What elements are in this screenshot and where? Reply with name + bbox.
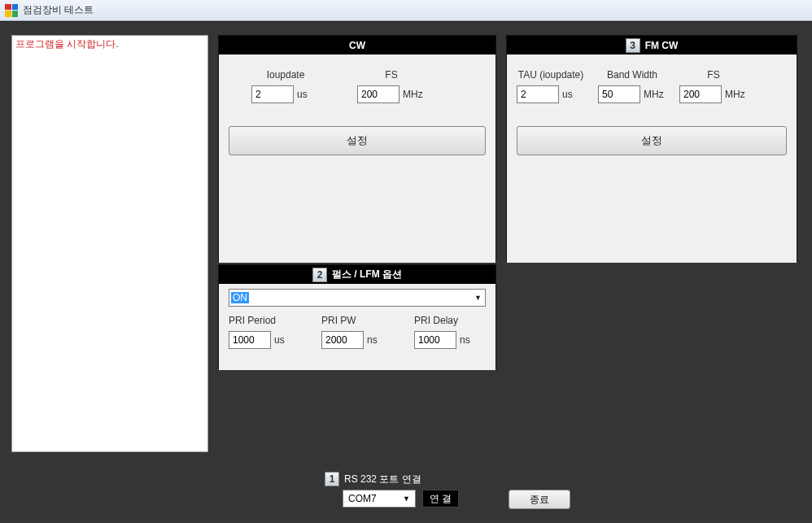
fmcw-tau-input[interactable] — [517, 85, 559, 103]
cw-panel: CW Ioupdate us FS MHz — [218, 35, 496, 262]
pri-pw-field: PRI PW ns — [321, 315, 390, 349]
rs232-port-value: COM7 — [348, 493, 377, 504]
pri-pw-label: PRI PW — [321, 315, 390, 326]
fmcw-fs-label: FS — [679, 69, 748, 81]
fmcw-panel: 3 FM CW TAU (ioupdate) us Band Width MHz — [506, 35, 797, 262]
pri-period-label: PRI Period — [229, 315, 297, 326]
pri-period-input[interactable] — [229, 331, 271, 349]
rs232-step-badge: 1 — [325, 472, 339, 486]
cw-ioupdate-unit: us — [297, 89, 320, 100]
chevron-down-icon: ▼ — [403, 495, 410, 503]
rs232-label: RS 232 포트 연결 — [344, 473, 421, 486]
fmcw-bw-input[interactable] — [598, 85, 640, 103]
pri-pw-unit: ns — [367, 334, 390, 346]
cw-panel-body: Ioupdate us FS MHz 설정 — [219, 54, 495, 263]
app-icon — [5, 4, 18, 17]
pri-delay-field: PRI Delay ns — [414, 315, 482, 349]
window-title: 점검장비 테스트 — [23, 3, 94, 17]
titlebar: 점검장비 테스트 — [0, 0, 812, 21]
cw-fs-unit: MHz — [403, 89, 426, 100]
cw-ioupdate-input[interactable] — [251, 85, 294, 103]
cw-fs-label: FS — [357, 69, 426, 81]
fmcw-fs-field: FS MHz — [679, 69, 748, 103]
pri-delay-input[interactable] — [414, 331, 456, 349]
pulse-step-badge: 2 — [312, 268, 327, 282]
log-panel: 프로그램을 시작합니다. — [11, 35, 208, 452]
fmcw-step-badge: 3 — [626, 38, 640, 53]
pulse-panel-body: ON ▼ PRI Period us PRI PW ns — [219, 284, 495, 370]
pri-period-unit: us — [274, 334, 297, 346]
fmcw-tau-unit: us — [562, 89, 585, 100]
client-area: 프로그램을 시작합니다. CW Ioupdate us FS M — [0, 21, 812, 523]
cw-submit-button[interactable]: 설정 — [229, 126, 486, 155]
fmcw-tau-label: TAU (ioupdate) — [517, 69, 585, 81]
chevron-down-icon: ▼ — [474, 294, 482, 302]
cw-ioupdate-field: Ioupdate us — [251, 69, 320, 103]
fmcw-submit-button[interactable]: 설정 — [517, 126, 787, 155]
pri-pw-input[interactable] — [321, 331, 364, 349]
pulse-title: 펄스 / LFM 옵션 — [332, 268, 402, 281]
cw-fs-input[interactable] — [357, 85, 399, 103]
fmcw-tau-field: TAU (ioupdate) us — [517, 69, 585, 103]
cw-fs-field: FS MHz — [357, 69, 426, 103]
pulse-panel-header: 2 펄스 / LFM 옵션 — [219, 265, 495, 284]
fmcw-fs-unit: MHz — [725, 89, 748, 100]
cw-ioupdate-label: Ioupdate — [251, 69, 320, 81]
exit-button[interactable]: 종료 — [509, 490, 570, 509]
fmcw-fs-input[interactable] — [679, 85, 722, 103]
rs232-port-combo[interactable]: COM7 ▼ — [343, 490, 416, 508]
fmcw-bw-unit: MHz — [644, 89, 666, 100]
pri-period-field: PRI Period us — [229, 315, 297, 349]
pulse-mode-value: ON — [231, 292, 249, 303]
fmcw-title: FM CW — [645, 40, 679, 51]
fmcw-panel-header: 3 FM CW — [507, 36, 797, 54]
cw-panel-header: CW — [219, 36, 495, 54]
cw-title: CW — [349, 40, 365, 51]
fmcw-bw-label: Band Width — [598, 69, 666, 81]
fmcw-bw-field: Band Width MHz — [598, 69, 666, 103]
log-message: 프로그램을 시작합니다. — [15, 38, 119, 50]
pri-delay-label: PRI Delay — [414, 315, 482, 326]
rs232-connect-button[interactable]: 연 결 — [422, 490, 459, 508]
pulse-mode-combo[interactable]: ON ▼ — [229, 289, 486, 307]
pri-delay-unit: ns — [460, 334, 482, 346]
fmcw-panel-body: TAU (ioupdate) us Band Width MHz FS — [507, 54, 797, 263]
rs232-label-row: 1 RS 232 포트 연결 — [325, 472, 557, 486]
pulse-panel: 2 펄스 / LFM 옵션 ON ▼ PRI Period us PRI PW — [218, 264, 496, 369]
